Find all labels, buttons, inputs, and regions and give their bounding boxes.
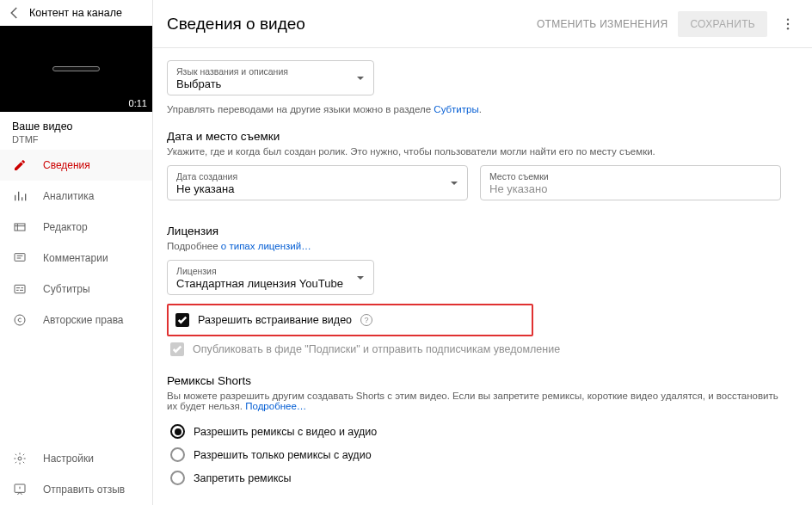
allow-embed-checkbox-row[interactable]: Разрешить встраивание видео ? [172, 311, 528, 329]
waveform-placeholder [52, 66, 100, 71]
svg-rect-1 [15, 254, 25, 262]
comments-icon [12, 250, 28, 266]
copyright-icon [12, 312, 28, 328]
date-created-select[interactable]: Дата создания Не указана [167, 165, 468, 200]
remix-option-label: Разрешить ремиксы с видео и аудио [194, 426, 377, 438]
license-field-value: Стандартная лицензия YouTube [176, 277, 343, 290]
topbar: Сведения о видео ОТМЕНИТЬ ИЗМЕНЕНИЯ СОХР… [153, 0, 812, 48]
caret-down-icon [356, 71, 365, 86]
nav-label: Авторские права [43, 314, 124, 326]
svg-rect-2 [15, 285, 25, 293]
svg-point-8 [787, 28, 789, 29]
allow-embed-label: Разрешить встраивание видео [198, 314, 352, 326]
language-hint: Управлять переводами на другие языки мож… [167, 104, 781, 114]
your-video-block: Ваше видео DTMF [0, 112, 152, 150]
remix-option-2[interactable]: Запретить ремиксы [167, 466, 781, 490]
video-duration: 0:11 [129, 98, 147, 108]
svg-point-6 [787, 18, 789, 20]
location-label: Место съемки [489, 171, 549, 182]
editor-icon [12, 219, 28, 235]
caret-down-icon [356, 270, 365, 286]
remix-option-1[interactable]: Разрешить только ремиксы с аудио [167, 443, 781, 466]
nav-label: Субтитры [43, 283, 90, 295]
cancel-button[interactable]: ОТМЕНИТЬ ИЗМЕНЕНИЯ [537, 18, 667, 30]
location-placeholder: Не указано [489, 182, 549, 195]
more-menu-button[interactable] [778, 16, 798, 32]
arrow-left-icon [7, 5, 22, 21]
subtitles-link[interactable]: Субтитры [434, 104, 478, 114]
license-select[interactable]: Лицензия Стандартная лицензия YouTube [167, 260, 374, 295]
help-icon[interactable]: ? [360, 314, 372, 326]
nav-analytics[interactable]: Аналитика [0, 181, 152, 212]
nav-label: Отправить отзыв [43, 483, 125, 496]
location-input[interactable]: Место съемки Не указано [480, 165, 781, 200]
remix-sub: Вы можете разрешить другим создавать Sho… [167, 391, 781, 411]
sidebar-bottom: Настройки Отправить отзыв [0, 443, 152, 505]
nav-copyright[interactable]: Авторские права [0, 305, 152, 336]
license-sub: Подробнее о типах лицензий… [167, 241, 781, 251]
checkbox-checked-icon [175, 313, 189, 327]
caret-down-icon [450, 176, 458, 191]
remix-option-label: Запретить ремиксы [194, 472, 292, 484]
nav-label: Настройки [43, 453, 94, 465]
allow-embed-highlight: Разрешить встраивание видео ? [167, 304, 533, 336]
nav-details[interactable]: Сведения [0, 150, 152, 181]
nav-subtitles[interactable]: Субтитры [0, 274, 152, 305]
remix-option-0[interactable]: Разрешить ремиксы с видео и аудио [167, 420, 781, 443]
nav-label: Редактор [43, 221, 88, 233]
nav-editor[interactable]: Редактор [0, 212, 152, 243]
language-label: Язык названия и описания [176, 66, 288, 77]
pencil-icon [12, 157, 28, 173]
license-field-label: Лицензия [176, 266, 343, 276]
remix-more-link[interactable]: Подробнее… [245, 401, 306, 411]
save-button[interactable]: СОХРАНИТЬ [678, 11, 767, 37]
svg-point-3 [15, 315, 25, 325]
analytics-icon [12, 188, 28, 204]
subtitles-icon [12, 281, 28, 297]
remix-option-label: Разрешить только ремиксы с аудио [194, 449, 372, 461]
radio-icon [170, 471, 185, 485]
checkbox-checked-disabled-icon [170, 342, 184, 356]
date-label: Дата создания [176, 171, 237, 182]
remix-title: Ремиксы Shorts [167, 374, 781, 387]
page-title: Сведения о видео [167, 15, 526, 34]
nav-label: Аналитика [43, 190, 94, 202]
date-value: Не указана [176, 182, 237, 195]
publish-feed-checkbox-row: Опубликовать в фиде "Подписки" и отправи… [167, 340, 781, 359]
back-to-content[interactable]: Контент на канале [0, 0, 152, 26]
language-select[interactable]: Язык названия и описания Выбрать [167, 60, 374, 95]
nav-label: Комментарии [43, 252, 108, 264]
nav-settings[interactable]: Настройки [0, 443, 152, 474]
nav-label: Сведения [43, 159, 90, 171]
license-title: Лицензия [167, 225, 781, 237]
radio-icon [170, 447, 185, 462]
svg-point-4 [18, 457, 22, 460]
date-location-title: Дата и место съемки [167, 130, 781, 143]
svg-rect-0 [15, 224, 25, 231]
back-label: Контент на канале [29, 7, 122, 19]
sidebar-nav: Сведения Аналитика Редактор Комментарии … [0, 150, 152, 443]
svg-point-7 [787, 22, 789, 24]
video-title: DTMF [12, 134, 140, 145]
license-types-link[interactable]: о типах лицензий… [221, 241, 311, 251]
feedback-icon [12, 482, 28, 497]
radio-selected-icon [170, 424, 185, 439]
nav-comments[interactable]: Комментарии [0, 243, 152, 274]
publish-feed-label: Опубликовать в фиде "Подписки" и отправи… [193, 343, 560, 355]
kebab-icon [780, 16, 796, 32]
your-video-label: Ваше видео [12, 120, 140, 132]
date-location-sub: Укажите, где и когда был создан ролик. Э… [167, 146, 781, 157]
gear-icon [12, 451, 28, 466]
video-thumbnail[interactable]: 0:11 [0, 26, 152, 112]
language-value: Выбрать [176, 77, 288, 90]
nav-feedback[interactable]: Отправить отзыв [0, 474, 152, 505]
